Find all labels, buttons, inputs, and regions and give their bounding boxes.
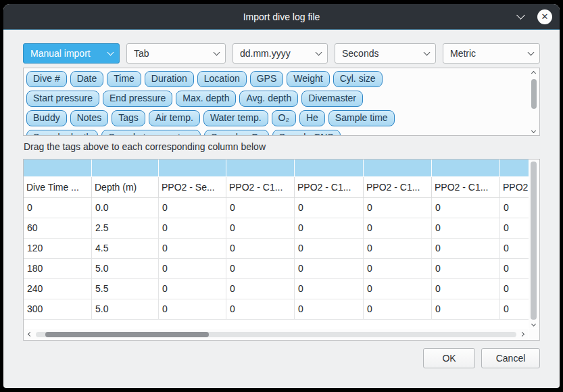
- cell-r1c1[interactable]: 0: [24, 198, 92, 218]
- cell-r2c7[interactable]: 0: [432, 218, 500, 239]
- tag-cyl-size[interactable]: Cyl. size: [333, 71, 383, 87]
- tag-date[interactable]: Date: [70, 71, 104, 87]
- tag-notes[interactable]: Notes: [70, 110, 109, 126]
- ok-button[interactable]: OK: [423, 348, 475, 368]
- cell-r4c8[interactable]: 0: [500, 259, 529, 279]
- cell-r3c7[interactable]: 0: [432, 239, 500, 259]
- tag-start-pressure[interactable]: Start pressure: [26, 91, 99, 107]
- cell-r1c2[interactable]: 0.0: [92, 198, 159, 218]
- column-header-5[interactable]: PPO2 - C1...: [295, 177, 364, 198]
- cell-r3c6[interactable]: 0: [364, 239, 432, 259]
- cell-r6c1[interactable]: 300: [24, 299, 92, 320]
- tag-sample-po[interactable]: Sample pO₂: [204, 130, 268, 135]
- cell-r6c3[interactable]: 0: [159, 299, 226, 320]
- scrollbar-thumb[interactable]: [531, 162, 537, 320]
- tag-buddy[interactable]: Buddy: [26, 110, 67, 126]
- tag-weight[interactable]: Weight: [287, 71, 329, 87]
- cell-r2c5[interactable]: 0: [295, 218, 364, 239]
- column-header-4[interactable]: PPO2 - C1...: [226, 177, 295, 198]
- column-header-3[interactable]: PPO2 - Se...: [159, 177, 226, 198]
- cell-r2c1[interactable]: 60: [24, 218, 92, 239]
- tag-divemaster[interactable]: Divemaster: [301, 91, 363, 107]
- scroll-left-icon[interactable]: [28, 332, 32, 337]
- cell-r5c5[interactable]: 0: [295, 279, 364, 299]
- cell-r3c4[interactable]: 0: [226, 239, 295, 259]
- tag-max-depth[interactable]: Max. depth: [176, 91, 236, 107]
- drop-cell-7[interactable]: [432, 160, 500, 176]
- cell-r6c6[interactable]: 0: [364, 299, 432, 320]
- column-header-2[interactable]: Depth (m): [92, 177, 159, 198]
- tag-air-temp[interactable]: Air temp.: [149, 110, 200, 126]
- table-vertical-scrollbar[interactable]: [529, 160, 539, 328]
- date-format-combo[interactable]: dd.mm.yyyy: [232, 43, 328, 64]
- cell-r1c4[interactable]: 0: [226, 198, 295, 218]
- tag-sample-time[interactable]: Sample time: [328, 110, 395, 126]
- tag-time[interactable]: Time: [107, 71, 141, 87]
- cell-r5c8[interactable]: 0: [500, 279, 529, 299]
- drop-cell-6[interactable]: [364, 160, 432, 176]
- shade-button[interactable]: [514, 10, 527, 24]
- import-mode-combo[interactable]: Manual import: [23, 43, 120, 64]
- tag-tags[interactable]: Tags: [112, 110, 145, 126]
- scroll-right-icon[interactable]: [520, 332, 524, 337]
- tag-he[interactable]: He: [299, 110, 325, 126]
- tag-o[interactable]: O₂: [272, 110, 296, 126]
- cell-r5c1[interactable]: 240: [24, 279, 92, 299]
- cell-r1c7[interactable]: 0: [432, 198, 500, 218]
- cell-r4c3[interactable]: 0: [159, 259, 226, 279]
- cell-r3c3[interactable]: 0: [159, 239, 226, 259]
- tag-sample-depth[interactable]: Sample depth: [26, 130, 98, 135]
- cell-r3c8[interactable]: 0: [500, 239, 529, 259]
- drop-cell-4[interactable]: [226, 160, 295, 176]
- tag-gps[interactable]: GPS: [250, 71, 284, 87]
- drop-cell-3[interactable]: [159, 160, 226, 176]
- scrollbar-track[interactable]: [36, 332, 516, 337]
- table-horizontal-scrollbar[interactable]: [24, 329, 528, 339]
- scrollbar-thumb[interactable]: [45, 332, 209, 337]
- cancel-button[interactable]: Cancel: [481, 348, 540, 368]
- cell-r4c6[interactable]: 0: [364, 259, 432, 279]
- cell-r6c4[interactable]: 0: [226, 299, 295, 320]
- cell-r6c5[interactable]: 0: [295, 299, 364, 320]
- tag-water-temp[interactable]: Water temp.: [203, 110, 268, 126]
- tag-duration[interactable]: Duration: [145, 71, 194, 87]
- tag-pool-scrollbar[interactable]: [529, 69, 539, 134]
- duration-format-combo[interactable]: Seconds: [335, 43, 436, 64]
- column-header-6[interactable]: PPO2 - C1...: [364, 177, 432, 198]
- column-header-1[interactable]: Dive Time ...: [24, 177, 92, 198]
- scroll-down-icon[interactable]: [531, 322, 536, 326]
- cell-r1c5[interactable]: 0: [295, 198, 364, 218]
- cell-r4c4[interactable]: 0: [226, 259, 295, 279]
- cell-r5c6[interactable]: 0: [364, 279, 432, 299]
- cell-r2c6[interactable]: 0: [364, 218, 432, 239]
- cell-r5c4[interactable]: 0: [226, 279, 295, 299]
- cell-r5c7[interactable]: 0: [432, 279, 500, 299]
- drop-cell-5[interactable]: [295, 160, 364, 176]
- cell-r2c4[interactable]: 0: [226, 218, 295, 239]
- cell-r1c3[interactable]: 0: [159, 198, 226, 218]
- tag-avg-depth[interactable]: Avg. depth: [239, 91, 298, 107]
- tag-end-pressure[interactable]: End pressure: [103, 91, 172, 107]
- column-header-7[interactable]: PPO2 - C1...: [432, 177, 500, 198]
- cell-r4c2[interactable]: 5.0: [92, 259, 159, 279]
- tag-sample-temperature[interactable]: Sample temperature: [101, 130, 201, 135]
- cell-r2c8[interactable]: 0: [500, 218, 529, 239]
- tag-location[interactable]: Location: [197, 71, 247, 87]
- scrollbar-thumb[interactable]: [531, 79, 537, 109]
- cell-r6c8[interactable]: 0: [500, 299, 529, 320]
- cell-r4c1[interactable]: 180: [24, 259, 92, 279]
- cell-r2c3[interactable]: 0: [159, 218, 226, 239]
- cell-r1c6[interactable]: 0: [364, 198, 432, 218]
- close-button[interactable]: ✕: [537, 9, 552, 24]
- scroll-down-icon[interactable]: [531, 128, 536, 133]
- cell-r3c5[interactable]: 0: [295, 239, 364, 259]
- cell-r4c7[interactable]: 0: [432, 259, 500, 279]
- drop-cell-8[interactable]: [500, 160, 529, 176]
- cell-r4c5[interactable]: 0: [295, 259, 364, 279]
- field-separator-combo[interactable]: Tab: [126, 43, 226, 64]
- scroll-up-icon[interactable]: [531, 71, 536, 76]
- cell-r3c2[interactable]: 4.5: [92, 239, 159, 259]
- cell-r3c1[interactable]: 120: [24, 239, 92, 259]
- drop-cell-2[interactable]: [92, 160, 159, 176]
- tag-sample-cns[interactable]: Sample CNS: [272, 130, 341, 135]
